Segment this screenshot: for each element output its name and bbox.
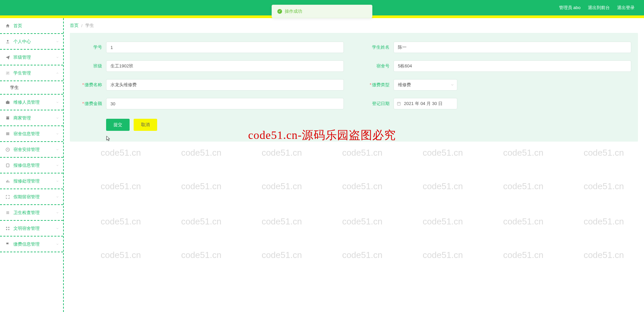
label-dorm: 宿舍号: [364, 63, 394, 69]
sidebar-item-profile[interactable]: 个人中心: [0, 34, 63, 50]
input-student-name[interactable]: [394, 42, 631, 53]
sidebar-item-label: 报修处理管理: [13, 178, 40, 184]
home-icon: [5, 23, 10, 28]
list-icon: [5, 210, 10, 215]
main-content: 首页 / 学生 学号 学生姓名 班级 宿舍号: [64, 18, 644, 312]
svg-rect-16: [6, 229, 7, 230]
sidebar-item-label: 班级管理: [13, 54, 31, 60]
doc-icon: [5, 163, 10, 168]
breadcrumb-leaf: 学生: [85, 22, 94, 29]
submit-button[interactable]: 提交: [106, 119, 130, 131]
sidebar-item-label: 商家管理: [13, 115, 31, 121]
bars-icon: [5, 179, 10, 184]
sidebar-item-label: 个人中心: [13, 39, 31, 45]
grid-icon: [5, 226, 10, 231]
sidebar-item-holiday-stay[interactable]: 假期留宿管理: [0, 189, 63, 205]
stack-icon: [5, 132, 10, 136]
header-frontend-link[interactable]: 退出到前台: [588, 5, 610, 11]
chevron-down-icon: [56, 211, 59, 214]
svg-rect-15: [8, 227, 9, 228]
label-fee-amount: *缴费金额: [77, 101, 106, 107]
chevron-down-icon: [56, 179, 59, 183]
input-fee-name[interactable]: [106, 79, 344, 91]
header-admin-link[interactable]: 管理员 abo: [559, 5, 581, 11]
sidebar: 首页 个人中心 班级管理 学生管理 学生 维修人员管理 商家管理: [0, 18, 64, 312]
svg-rect-9: [7, 180, 8, 183]
sidebar-item-repair-info[interactable]: 报修信息管理: [0, 158, 63, 173]
user-icon: [5, 39, 10, 44]
input-class[interactable]: [106, 60, 344, 72]
header-logout-link[interactable]: 退出登录: [617, 5, 635, 11]
label-student-name: 学生姓名: [364, 44, 394, 50]
svg-point-0: [7, 40, 9, 42]
svg-rect-17: [8, 229, 9, 230]
sidebar-item-label: 学生管理: [13, 70, 31, 76]
sidebar-item-class[interactable]: 班级管理: [0, 50, 63, 65]
chevron-down-icon: [56, 227, 59, 230]
sidebar-item-label: 卫生检查管理: [13, 210, 40, 216]
sidebar-item-dorm-arrange[interactable]: 宿舍安排管理: [0, 142, 63, 158]
sidebar-item-maintenance-staff[interactable]: 维修人员管理: [0, 95, 63, 110]
input-fee-amount[interactable]: [106, 98, 344, 109]
calendar-icon: [397, 101, 401, 106]
sidebar-item-repair-handle[interactable]: 报修处理管理: [0, 173, 63, 189]
expand-icon: [5, 195, 10, 199]
success-toast: ✓ 操作成功: [272, 5, 372, 18]
svg-rect-3: [6, 132, 9, 133]
student-fee-form: 学号 学生姓名 班级 宿舍号 *缴费名称: [70, 33, 638, 142]
chevron-down-icon: [56, 148, 59, 151]
chart-icon: [5, 71, 10, 75]
breadcrumb-root[interactable]: 首页: [70, 22, 79, 29]
label-fee-type: *缴费类型: [364, 82, 394, 88]
chevron-down-icon: [56, 132, 59, 136]
input-reg-date[interactable]: [394, 98, 457, 109]
input-student-id[interactable]: [106, 42, 344, 53]
svg-rect-10: [9, 181, 9, 183]
flag-icon: [5, 242, 10, 247]
sidebar-item-label: 宿舍信息管理: [13, 131, 40, 137]
sidebar-item-home[interactable]: 首页: [0, 18, 63, 34]
input-dorm[interactable]: [394, 60, 631, 72]
svg-rect-8: [6, 180, 7, 182]
sidebar-item-label: 首页: [13, 23, 22, 29]
sidebar-item-label: 假期留宿管理: [13, 194, 40, 200]
briefcase-icon: [5, 100, 10, 105]
toast-text: 操作成功: [285, 8, 302, 14]
svg-rect-7: [6, 164, 9, 167]
sidebar-item-label: 报修信息管理: [13, 162, 40, 168]
chevron-down-icon: [56, 116, 59, 120]
label-fee-name: *缴费名称: [77, 82, 106, 88]
sidebar-item-dorm-info[interactable]: 宿舍信息管理: [0, 126, 63, 142]
chevron-down-icon: [56, 164, 59, 167]
svg-rect-18: [397, 102, 400, 105]
svg-rect-2: [6, 101, 10, 104]
label-student-id: 学号: [77, 44, 106, 50]
breadcrumb-sep: /: [81, 23, 83, 28]
chevron-down-icon: [56, 243, 59, 246]
clock-icon: [5, 147, 10, 152]
sidebar-item-label: 宿舍安排管理: [13, 147, 40, 153]
shop-icon: [5, 116, 10, 120]
svg-rect-5: [6, 134, 9, 135]
svg-rect-14: [6, 227, 7, 228]
sidebar-item-civil-dorm[interactable]: 文明宿舍管理: [0, 221, 63, 237]
label-reg-date: 登记日期: [364, 101, 394, 107]
sidebar-item-merchant[interactable]: 商家管理: [0, 110, 63, 126]
sidebar-sub-student[interactable]: 学生: [0, 81, 63, 95]
success-check-icon: ✓: [277, 9, 282, 14]
chevron-down-icon: [56, 195, 59, 199]
chevron-down-icon: [56, 40, 59, 43]
mouse-cursor-icon: [105, 136, 111, 142]
sidebar-item-fee-info[interactable]: 缴费信息管理: [0, 237, 63, 252]
sidebar-item-student[interactable]: 学生管理: [0, 65, 63, 81]
chevron-down-icon: [56, 56, 59, 59]
svg-rect-4: [6, 133, 9, 134]
breadcrumb: 首页 / 学生: [70, 18, 638, 33]
sidebar-item-hygiene[interactable]: 卫生检查管理: [0, 205, 63, 221]
cancel-button[interactable]: 取消: [134, 119, 157, 131]
chevron-down-icon: [56, 101, 59, 104]
chevron-up-icon: [56, 71, 59, 75]
select-fee-type[interactable]: [394, 79, 457, 91]
sidebar-item-label: 缴费信息管理: [13, 241, 40, 247]
chevron-down-icon: [450, 83, 454, 87]
